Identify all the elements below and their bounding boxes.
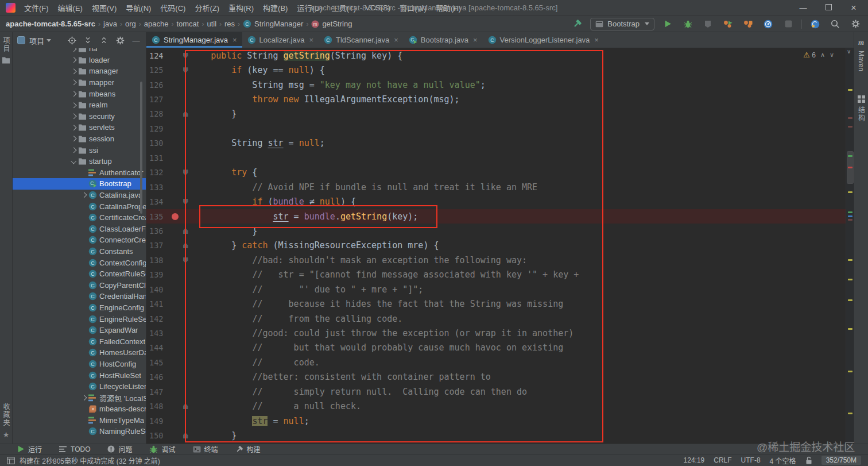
tree-item-session[interactable]: session: [13, 133, 146, 145]
expand-all-button[interactable]: [83, 35, 93, 45]
tree-item-Authenticator[interactable]: Authenticator: [13, 167, 146, 179]
tree-arrow-icon[interactable]: [69, 80, 78, 84]
menu-item[interactable]: 视图(V): [88, 1, 121, 15]
tree-item-ExpandWar[interactable]: CExpandWar: [13, 325, 146, 336]
code-line-125[interactable]: 125 if (key == null) {: [146, 63, 846, 77]
menu-item[interactable]: 构建(B): [259, 1, 292, 15]
tree-item-CopyParentCla[interactable]: CCopyParentCla: [13, 279, 146, 291]
line-number[interactable]: 133: [146, 183, 169, 192]
stripe-mark[interactable]: [848, 371, 852, 372]
code-editor[interactable]: 124 public String getString(String key) …: [146, 48, 854, 444]
lock-open-icon[interactable]: [805, 456, 812, 464]
tab-TldScanner.java[interactable]: CTldScanner.java×: [319, 32, 404, 48]
tree-item-MimeTypeMa[interactable]: MimeTypeMa: [13, 415, 146, 426]
stripe-mark[interactable]: [848, 279, 852, 280]
line-number[interactable]: 136: [146, 226, 169, 236]
code-line-131[interactable]: 131: [146, 151, 846, 165]
tree-arrow-icon[interactable]: [69, 58, 78, 62]
line-number[interactable]: 149: [146, 417, 169, 426]
line-number[interactable]: 137: [146, 241, 169, 250]
breadcrumb-item[interactable]: apache-tomcat-8.5.65-src: [6, 20, 95, 28]
code-line-145[interactable]: 145 // code.: [146, 355, 846, 369]
tree-arrow-icon[interactable]: [69, 159, 78, 163]
fold-marker-icon[interactable]: [183, 67, 188, 73]
tree-item-HomesUserDa[interactable]: CHomesUserDa: [13, 347, 146, 359]
stripe-mark[interactable]: [848, 155, 852, 157]
line-number[interactable]: 129: [146, 124, 169, 133]
line-number[interactable]: 128: [146, 109, 169, 118]
tree-item-ContextConfig[interactable]: CContextConfig: [13, 257, 146, 268]
code-line-140[interactable]: 140 // "' due to " + mre + "]";: [146, 282, 846, 296]
fold-gutter[interactable]: [181, 199, 190, 205]
tree-item-security[interactable]: security: [13, 111, 146, 122]
tree-item-CredentialHan[interactable]: CCredentialHan: [13, 291, 146, 302]
tree-arrow-icon[interactable]: [69, 48, 78, 51]
code-line-135[interactable]: 135 str = bundle.getString(key);: [146, 209, 846, 224]
tree-arrow-icon[interactable]: [69, 92, 78, 96]
code-line-134[interactable]: 134 if (bundle ≠ null) {: [146, 194, 846, 209]
tree-item-ha[interactable]: ha: [13, 48, 146, 55]
close-icon[interactable]: ×: [473, 36, 478, 44]
breadcrumb-item[interactable]: res: [224, 20, 235, 28]
fold-marker-icon[interactable]: [183, 228, 188, 234]
code-line-126[interactable]: 126 String msg = "key may not have a nul…: [146, 78, 846, 92]
code-line-142[interactable]: 142 // from the calling code.: [146, 311, 846, 326]
code-line-148[interactable]: 148 // a null check.: [146, 399, 846, 414]
code-line-137[interactable]: 137 } catch (MissingResourceException mr…: [146, 238, 846, 253]
tree-item-realm[interactable]: realm: [13, 99, 146, 111]
code-line-133[interactable]: 133 // Avoid NPE if bundle is null and t…: [146, 180, 846, 194]
tree-arrow-icon[interactable]: [69, 137, 78, 141]
tree-item-资源包 'LocalSt[interactable]: 资源包 'LocalSt: [13, 392, 146, 403]
project-tool-button[interactable]: 项目: [0, 37, 12, 64]
memory-indicator[interactable]: 352/750M: [822, 456, 861, 465]
breadcrumb-item[interactable]: apache: [144, 20, 169, 28]
line-number[interactable]: 144: [146, 343, 169, 352]
breakpoint-icon[interactable]: [172, 213, 179, 220]
tree-item-ClassLoaderFa[interactable]: CClassLoaderFa: [13, 224, 146, 235]
tab-StringManager.java[interactable]: CStringManager.java×: [146, 32, 242, 48]
fold-gutter[interactable]: [181, 257, 190, 263]
favorites-tool-button[interactable]: 收藏夹 ★: [0, 403, 12, 439]
breadcrumb-item[interactable]: tomcat: [176, 20, 199, 28]
line-number[interactable]: 132: [146, 168, 169, 177]
line-number[interactable]: 126: [146, 80, 169, 90]
breadcrumb-item[interactable]: java: [103, 20, 117, 28]
tab-VersionLoggerListener.java[interactable]: CVersionLoggerListener.java×: [483, 32, 604, 48]
tree-item-ContextRuleSe[interactable]: CContextRuleSe: [13, 268, 146, 280]
tree-item-loader[interactable]: loader: [13, 55, 146, 66]
stripe-mark[interactable]: [848, 219, 852, 221]
line-number[interactable]: 134: [146, 197, 169, 206]
fold-gutter[interactable]: [181, 403, 190, 409]
fold-gutter[interactable]: [181, 228, 190, 234]
line-number[interactable]: 125: [146, 66, 169, 75]
project-panel-title[interactable]: 项目: [29, 35, 44, 46]
locate-file-button[interactable]: [67, 35, 77, 45]
code-line-127[interactable]: 127 throw new IllegalArgumentException(m…: [146, 92, 846, 106]
fold-marker-icon[interactable]: [183, 53, 188, 59]
fold-gutter[interactable]: [181, 242, 190, 248]
stripe-mark[interactable]: [848, 191, 852, 193]
close-icon[interactable]: ×: [309, 36, 313, 44]
run-button[interactable]: [661, 18, 675, 30]
tool-window-button-调试[interactable]: 调试: [149, 444, 175, 454]
tab-Bootstrap.java[interactable]: CBootstrap.java×: [404, 32, 483, 48]
stripe-mark[interactable]: [848, 215, 852, 217]
close-icon[interactable]: ×: [594, 36, 599, 44]
maximize-icon[interactable]: [823, 3, 834, 12]
menu-item[interactable]: 编辑(E): [54, 1, 87, 15]
tree-item-Bootstrap[interactable]: CBootstrap: [13, 178, 146, 190]
next-warning-icon[interactable]: ∨: [830, 51, 834, 59]
search-everywhere-button[interactable]: [828, 18, 842, 30]
line-number[interactable]: 139: [146, 270, 169, 279]
menu-item[interactable]: 代码(C): [156, 1, 189, 15]
inspection-widget[interactable]: ⚠ 6 ∧ ∨: [803, 51, 834, 59]
settings-button[interactable]: [848, 18, 862, 30]
code-line-136[interactable]: 136 }: [146, 224, 846, 238]
code-line-144[interactable]: 144 // but that would probably cause muc…: [146, 341, 846, 355]
debug-button[interactable]: [681, 18, 695, 30]
code-line-149[interactable]: 149 str = null;: [146, 414, 846, 428]
tree-item-Constants[interactable]: CConstants: [13, 246, 146, 257]
menu-item[interactable]: 导航(N): [122, 1, 155, 15]
tree-arrow-icon[interactable]: [69, 103, 78, 107]
breadcrumb-item[interactable]: CStringManager: [243, 20, 303, 28]
